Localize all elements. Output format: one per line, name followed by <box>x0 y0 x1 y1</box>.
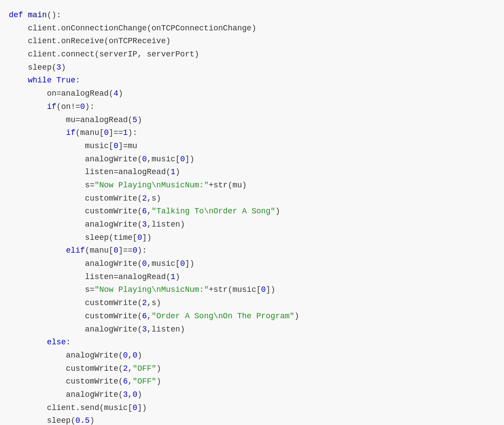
code-line-10: if(manu[0]==1): <box>9 127 495 140</box>
code-line-5: sleep(3) <box>9 61 495 75</box>
code-line-11: music[0]=mu <box>9 140 495 153</box>
code-line-29: customWrite(6,"OFF") <box>9 375 495 388</box>
code-line-2: client.onConnectionChange(onTCPConnectio… <box>9 22 495 35</box>
code-line-1: def main(): <box>9 9 495 22</box>
code-line-28: customWrite(2,"OFF") <box>9 362 495 376</box>
code-block: def main(): client.onConnectionChange(on… <box>0 4 504 425</box>
code-line-18: sleep(time[0]) <box>9 231 495 245</box>
code-line-8: if(on!=0): <box>9 101 495 114</box>
code-line-23: customWrite(2,s) <box>9 297 495 310</box>
code-line-12: analogWrite(0,music[0]) <box>9 153 495 166</box>
code-line-4: client.connect(serverIP, serverPort) <box>9 48 495 61</box>
code-line-26: else: <box>9 336 495 349</box>
code-line-25: analogWrite(3,listen) <box>9 323 495 336</box>
code-line-24: customWrite(6,"Order A Song\nOn The Prog… <box>9 310 495 323</box>
code-line-15: customWrite(2,s) <box>9 192 495 205</box>
code-line-3: client.onReceive(onTCPReceive) <box>9 35 495 48</box>
code-line-31: client.send(music[0]) <box>9 402 495 415</box>
code-line-7: on=analogRead(4) <box>9 87 495 101</box>
code-line-14: s="Now Playing\nMusicNum:"+str(mu) <box>9 179 495 192</box>
code-line-16: customWrite(6,"Talking To\nOrder A Song"… <box>9 205 495 218</box>
code-line-32: sleep(0.5) <box>9 414 495 425</box>
code-line-20: analogWrite(0,music[0]) <box>9 257 495 271</box>
code-line-9: mu=analogRead(5) <box>9 114 495 127</box>
code-line-17: analogWrite(3,listen) <box>9 218 495 231</box>
code-line-30: analogWrite(3,0) <box>9 388 495 402</box>
code-line-22: s="Now Playing\nMusicNum:"+str(music[0]) <box>9 283 495 297</box>
code-line-19: elif(manu[0]==0): <box>9 244 495 257</box>
code-line-27: analogWrite(0,0) <box>9 349 495 362</box>
code-line-6: while True: <box>9 74 495 87</box>
code-line-21: listen=analogRead(1) <box>9 271 495 284</box>
code-container: def main(): client.onConnectionChange(on… <box>0 0 504 425</box>
code-line-13: listen=analogRead(1) <box>9 166 495 179</box>
